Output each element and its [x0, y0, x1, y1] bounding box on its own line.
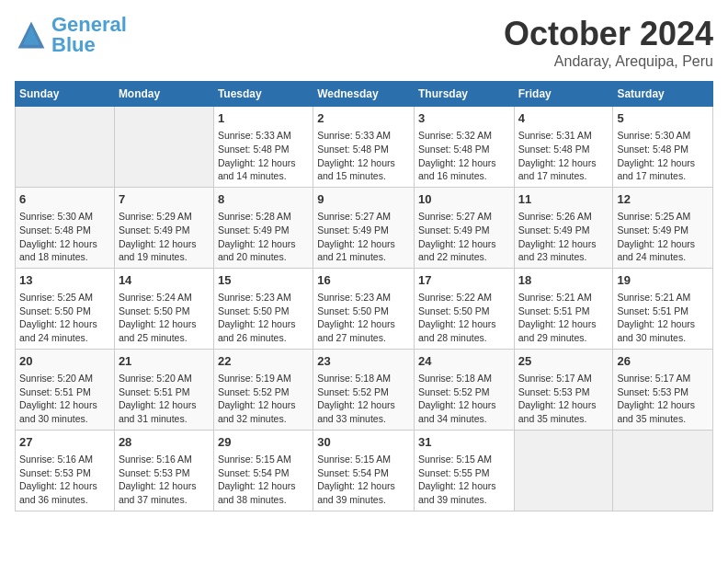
sunrise-text: Sunrise: 5:30 AM [19, 210, 110, 224]
daylight-text: Daylight: 12 hours and 33 minutes. [317, 398, 410, 425]
sunset-text: Sunset: 5:49 PM [518, 224, 609, 237]
sunset-text: Sunset: 5:50 PM [19, 304, 110, 318]
sunrise-text: Sunrise: 5:19 AM [218, 372, 309, 385]
logo-text: General Blue [51, 15, 127, 55]
calendar-cell: 8 Sunrise: 5:28 AM Sunset: 5:49 PM Dayli… [213, 187, 313, 268]
calendar-cell: 6 Sunrise: 5:30 AM Sunset: 5:48 PM Dayli… [16, 187, 115, 268]
sunset-text: Sunset: 5:51 PM [518, 304, 609, 318]
day-number: 16 [317, 272, 410, 289]
day-number: 28 [119, 434, 210, 451]
calendar-cell: 14 Sunrise: 5:24 AM Sunset: 5:50 PM Dayl… [114, 268, 213, 349]
daylight-text: Daylight: 12 hours and 30 minutes. [617, 317, 709, 344]
daylight-text: Daylight: 12 hours and 39 minutes. [418, 479, 510, 506]
sunset-text: Sunset: 5:55 PM [418, 466, 510, 480]
day-number: 9 [317, 191, 410, 208]
sunset-text: Sunset: 5:51 PM [119, 385, 210, 399]
calendar-week-row: 6 Sunrise: 5:30 AM Sunset: 5:48 PM Dayli… [16, 187, 713, 268]
daylight-text: Daylight: 12 hours and 16 minutes. [418, 156, 510, 183]
calendar-cell: 5 Sunrise: 5:30 AM Sunset: 5:48 PM Dayli… [613, 107, 713, 188]
sunrise-text: Sunrise: 5:23 AM [317, 291, 410, 304]
logo-icon [15, 18, 48, 52]
calendar-cell [16, 107, 115, 188]
weekday-header: Tuesday [213, 82, 313, 107]
sunset-text: Sunset: 5:48 PM [518, 143, 609, 156]
sunset-text: Sunset: 5:49 PM [119, 224, 210, 237]
daylight-text: Daylight: 12 hours and 27 minutes. [317, 317, 410, 344]
sunrise-text: Sunrise: 5:27 AM [317, 210, 410, 224]
sunrise-text: Sunrise: 5:16 AM [119, 453, 210, 466]
day-number: 24 [418, 353, 510, 370]
day-number: 12 [617, 191, 709, 208]
calendar-cell [514, 430, 613, 511]
sunset-text: Sunset: 5:51 PM [617, 304, 709, 318]
daylight-text: Daylight: 12 hours and 21 minutes. [317, 237, 410, 264]
sunrise-text: Sunrise: 5:29 AM [119, 210, 210, 224]
sunrise-text: Sunrise: 5:27 AM [418, 210, 510, 224]
sunset-text: Sunset: 5:53 PM [518, 385, 609, 399]
day-number: 1 [218, 110, 309, 127]
calendar-cell: 1 Sunrise: 5:33 AM Sunset: 5:48 PM Dayli… [213, 107, 313, 188]
calendar-cell: 2 Sunrise: 5:33 AM Sunset: 5:48 PM Dayli… [313, 107, 415, 188]
calendar-cell: 28 Sunrise: 5:16 AM Sunset: 5:53 PM Dayl… [114, 430, 213, 511]
daylight-text: Daylight: 12 hours and 15 minutes. [317, 156, 410, 183]
sunrise-text: Sunrise: 5:28 AM [218, 210, 309, 224]
sunrise-text: Sunrise: 5:17 AM [518, 372, 609, 385]
sunset-text: Sunset: 5:53 PM [19, 466, 110, 480]
weekday-header: Friday [514, 82, 613, 107]
day-number: 19 [617, 272, 709, 289]
calendar-cell [114, 107, 213, 188]
sunset-text: Sunset: 5:50 PM [418, 304, 510, 318]
sunset-text: Sunset: 5:50 PM [218, 304, 309, 318]
day-number: 13 [19, 272, 110, 289]
sunrise-text: Sunrise: 5:18 AM [418, 372, 510, 385]
sunrise-text: Sunrise: 5:25 AM [19, 291, 110, 304]
calendar-week-row: 20 Sunrise: 5:20 AM Sunset: 5:51 PM Dayl… [16, 349, 713, 430]
day-number: 6 [19, 191, 110, 208]
calendar-cell: 24 Sunrise: 5:18 AM Sunset: 5:52 PM Dayl… [414, 349, 514, 430]
sunrise-text: Sunrise: 5:15 AM [218, 453, 309, 466]
calendar-cell: 23 Sunrise: 5:18 AM Sunset: 5:52 PM Dayl… [313, 349, 415, 430]
calendar-cell: 31 Sunrise: 5:15 AM Sunset: 5:55 PM Dayl… [414, 430, 514, 511]
weekday-header: Sunday [16, 82, 115, 107]
calendar-cell: 18 Sunrise: 5:21 AM Sunset: 5:51 PM Dayl… [514, 268, 613, 349]
day-number: 7 [119, 191, 210, 208]
sunset-text: Sunset: 5:49 PM [418, 224, 510, 237]
calendar-cell [613, 430, 713, 511]
daylight-text: Daylight: 12 hours and 28 minutes. [418, 317, 510, 344]
sunset-text: Sunset: 5:50 PM [119, 304, 210, 318]
sunrise-text: Sunrise: 5:26 AM [518, 210, 609, 224]
daylight-text: Daylight: 12 hours and 29 minutes. [518, 317, 609, 344]
daylight-text: Daylight: 12 hours and 32 minutes. [218, 398, 309, 425]
sunrise-text: Sunrise: 5:33 AM [218, 129, 309, 143]
logo: General Blue [15, 15, 127, 55]
calendar-cell: 7 Sunrise: 5:29 AM Sunset: 5:49 PM Dayli… [114, 187, 213, 268]
calendar-cell: 4 Sunrise: 5:31 AM Sunset: 5:48 PM Dayli… [514, 107, 613, 188]
location-subtitle: Andaray, Arequipa, Peru [504, 53, 713, 70]
sunset-text: Sunset: 5:48 PM [418, 143, 510, 156]
daylight-text: Daylight: 12 hours and 18 minutes. [19, 237, 110, 264]
day-number: 3 [418, 110, 510, 127]
calendar-cell: 27 Sunrise: 5:16 AM Sunset: 5:53 PM Dayl… [16, 430, 115, 511]
calendar-header: SundayMondayTuesdayWednesdayThursdayFrid… [16, 82, 713, 107]
day-number: 31 [418, 434, 510, 451]
sunrise-text: Sunrise: 5:18 AM [317, 372, 410, 385]
calendar-cell: 26 Sunrise: 5:17 AM Sunset: 5:53 PM Dayl… [613, 349, 713, 430]
sunset-text: Sunset: 5:49 PM [317, 224, 410, 237]
sunset-text: Sunset: 5:53 PM [617, 385, 709, 399]
day-number: 25 [518, 353, 609, 370]
sunrise-text: Sunrise: 5:15 AM [317, 453, 410, 466]
day-number: 18 [518, 272, 609, 289]
daylight-text: Daylight: 12 hours and 14 minutes. [218, 156, 309, 183]
daylight-text: Daylight: 12 hours and 26 minutes. [218, 317, 309, 344]
daylight-text: Daylight: 12 hours and 22 minutes. [418, 237, 510, 264]
calendar-cell: 30 Sunrise: 5:15 AM Sunset: 5:54 PM Dayl… [313, 430, 415, 511]
sunset-text: Sunset: 5:51 PM [19, 385, 110, 399]
day-number: 10 [418, 191, 510, 208]
day-number: 2 [317, 110, 410, 127]
day-number: 27 [19, 434, 110, 451]
daylight-text: Daylight: 12 hours and 23 minutes. [518, 237, 609, 264]
sunset-text: Sunset: 5:48 PM [19, 224, 110, 237]
calendar-table: SundayMondayTuesdayWednesdayThursdayFrid… [15, 81, 713, 511]
weekday-header: Monday [114, 82, 213, 107]
calendar-cell: 22 Sunrise: 5:19 AM Sunset: 5:52 PM Dayl… [213, 349, 313, 430]
